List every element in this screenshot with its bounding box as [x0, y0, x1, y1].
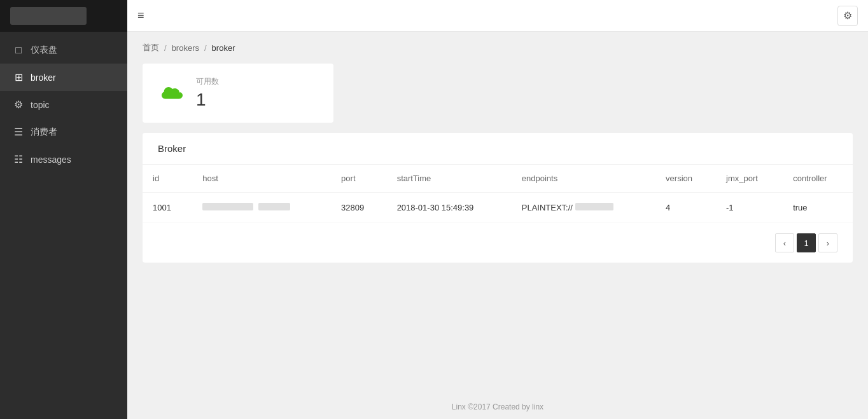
prev-page-button[interactable]: ‹	[775, 233, 794, 252]
cell-host	[192, 193, 331, 223]
th-id: id	[143, 165, 192, 193]
sidebar-item-label: 消费者	[31, 127, 57, 138]
cell-endpoints: PLAINTEXT://	[512, 193, 655, 223]
stats-info: 可用数 1	[196, 76, 219, 110]
header: ≡ ⚙	[127, 0, 868, 32]
endpoints-placeholder	[575, 203, 613, 210]
th-starttime: startTime	[387, 165, 512, 193]
th-jmx-port: jmx_port	[716, 165, 783, 193]
host-placeholder2	[258, 203, 290, 210]
topic-icon: ⚙	[13, 99, 24, 111]
sidebar-item-topic[interactable]: ⚙ topic	[0, 91, 127, 118]
cloud-svg	[159, 83, 185, 104]
sidebar-item-messages[interactable]: ☷ messages	[0, 146, 127, 173]
th-port: port	[331, 165, 387, 193]
stats-value: 1	[196, 90, 219, 110]
breadcrumb-sep2: /	[204, 43, 207, 53]
cell-starttime: 2018-01-30 15:49:39	[387, 193, 512, 223]
footer: Linx ©2017 Created by linx	[127, 395, 868, 419]
cell-port: 32809	[331, 193, 387, 223]
th-controller: controller	[783, 165, 853, 193]
broker-icon: ⊞	[13, 71, 24, 83]
header-right: ⚙	[837, 6, 858, 26]
dashboard-icon: □	[13, 45, 24, 56]
logo-text	[10, 7, 87, 25]
breadcrumb-home[interactable]: 首页	[143, 42, 159, 53]
cell-version: 4	[655, 193, 716, 223]
table-row: 1001 32809 2018-01-30 15:49:39 PLAINTEXT…	[143, 193, 853, 223]
broker-title: Broker	[158, 143, 186, 154]
breadcrumb: 首页 / brokers / broker	[143, 42, 853, 53]
th-version: version	[655, 165, 716, 193]
host-placeholder	[202, 203, 253, 210]
sidebar: □ 仪表盘 ⊞ broker ⚙ topic ☰ 消费者 ☷ messages	[0, 0, 127, 419]
stats-label: 可用数	[196, 76, 219, 87]
cell-id: 1001	[143, 193, 192, 223]
sidebar-item-dashboard[interactable]: □ 仪表盘	[0, 37, 127, 64]
stats-card: 可用数 1	[143, 64, 333, 123]
sidebar-nav: □ 仪表盘 ⊞ broker ⚙ topic ☰ 消费者 ☷ messages	[0, 32, 127, 419]
cloud-icon	[158, 79, 186, 107]
sidebar-item-label: 仪表盘	[31, 45, 57, 56]
sidebar-item-broker[interactable]: ⊞ broker	[0, 64, 127, 91]
sidebar-item-label: messages	[31, 155, 71, 165]
breadcrumb-brokers[interactable]: brokers	[172, 43, 199, 53]
content-area: 首页 / brokers / broker 可用数 1 Broker	[127, 32, 868, 395]
sidebar-item-label: broker	[31, 72, 56, 83]
next-page-button[interactable]: ›	[818, 233, 837, 252]
settings-button[interactable]: ⚙	[837, 6, 858, 26]
footer-text: Linx ©2017 Created by linx	[452, 402, 543, 411]
cell-jmx-port: -1	[716, 193, 783, 223]
pagination: ‹ 1 ›	[143, 223, 853, 263]
consumer-icon: ☰	[13, 126, 24, 138]
broker-section: Broker id host port startTime endpoints …	[143, 133, 853, 263]
broker-section-header: Broker	[143, 133, 853, 165]
breadcrumb-sep1: /	[164, 43, 167, 53]
settings-icon: ⚙	[843, 10, 852, 22]
messages-icon: ☷	[13, 153, 24, 165]
breadcrumb-current: broker	[212, 43, 235, 53]
broker-table: id host port startTime endpoints version…	[143, 165, 853, 223]
th-endpoints: endpoints	[512, 165, 655, 193]
sidebar-item-consumer[interactable]: ☰ 消费者	[0, 118, 127, 146]
th-host: host	[192, 165, 331, 193]
sidebar-item-label: topic	[31, 100, 50, 110]
page-1-button[interactable]: 1	[797, 233, 816, 252]
hamburger-icon[interactable]: ≡	[137, 9, 144, 22]
table-header-row: id host port startTime endpoints version…	[143, 165, 853, 193]
cell-controller: true	[783, 193, 853, 223]
main-content: ≡ ⚙ 首页 / brokers / broker 可用数 1	[127, 0, 868, 419]
sidebar-logo	[0, 0, 127, 32]
